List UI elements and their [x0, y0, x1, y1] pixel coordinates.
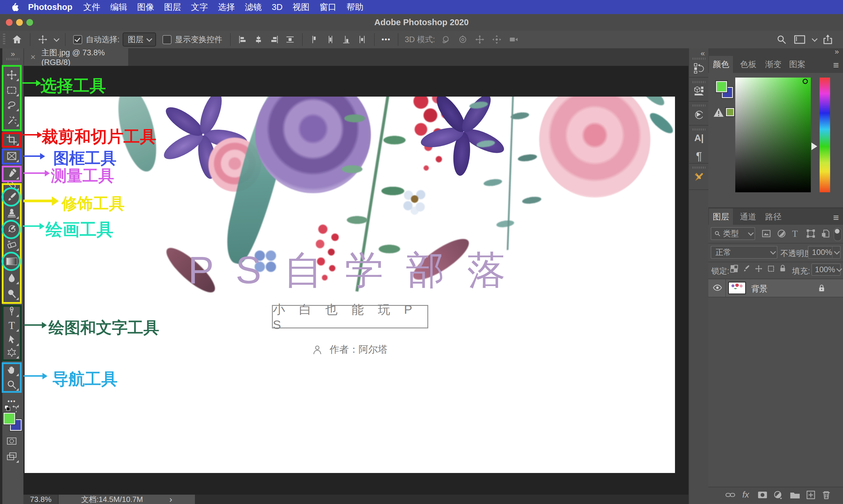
toolbar-grip[interactable] [6, 58, 19, 60]
panel-foreground-swatch[interactable] [716, 81, 727, 92]
menu-item-window[interactable]: 窗口 [315, 0, 342, 14]
close-tab-icon[interactable]: × [31, 52, 36, 62]
toolbar-expand-icon[interactable]: » [2, 50, 23, 58]
filter-shape-layers-icon[interactable] [806, 229, 815, 238]
delete-layer-icon[interactable] [822, 490, 831, 501]
new-layer-icon[interactable] [806, 490, 815, 501]
rail-grip[interactable] [693, 105, 705, 107]
lock-all-icon[interactable] [778, 264, 787, 272]
share-icon[interactable] [823, 34, 833, 45]
new-group-icon[interactable] [790, 491, 800, 500]
blend-mode-dropdown[interactable]: 正常 [711, 246, 777, 259]
menu-item-view[interactable]: 视图 [288, 0, 315, 14]
rail-collapse-icon[interactable]: « [701, 49, 705, 58]
status-chevron-icon[interactable]: › [169, 494, 172, 504]
new-adjustment-layer-icon[interactable] [773, 491, 783, 501]
align-right-edges-icon[interactable] [270, 35, 279, 44]
more-align-options-icon[interactable]: ••• [382, 35, 391, 43]
auto-select-checkbox[interactable] [73, 35, 82, 44]
paragraph-panel-icon[interactable]: ¶ [689, 150, 709, 163]
document-tab[interactable]: × 主图.jpg @ 73.8%(RGB/8) [24, 48, 128, 66]
color-field-marker[interactable] [803, 79, 808, 84]
rail-grip[interactable] [693, 81, 705, 83]
tab-gradients[interactable]: 渐变 [761, 56, 785, 73]
filter-pixel-layers-icon[interactable] [761, 229, 771, 238]
align-left-edges-icon[interactable] [238, 35, 247, 44]
distribute-horizontal-icon[interactable] [286, 35, 294, 44]
menu-app-name[interactable]: Photoshop [22, 2, 78, 12]
layers-panel-menu-icon[interactable]: ≡ [833, 212, 839, 223]
document-info-field[interactable]: 文档:14.5M/10.7M › [58, 494, 195, 504]
add-layer-mask-icon[interactable] [757, 491, 768, 500]
color-panel-collapse-icon[interactable]: » [835, 47, 839, 56]
color-panel-menu-icon[interactable]: ≡ [833, 59, 839, 71]
gamut-safe-color-swatch[interactable] [726, 108, 734, 116]
auto-select-dropdown[interactable]: 图层 [123, 33, 156, 47]
layer-thumbnail[interactable] [728, 282, 746, 294]
layer-filter-dropdown[interactable]: 类型 [711, 227, 755, 240]
align-bottom-edges-icon[interactable] [342, 35, 351, 44]
rail-grip[interactable] [693, 128, 705, 130]
home-icon[interactable] [12, 34, 22, 45]
opacity-field[interactable]: 100% [808, 246, 841, 259]
search-icon[interactable] [776, 34, 787, 45]
3d-pan-icon[interactable] [475, 35, 485, 44]
document-canvas[interactable]: P S 自 学 部 落 小 白 也 能 玩 P S 作者：阿尔塔 [24, 96, 675, 473]
menu-item-3d[interactable]: 3D [267, 0, 287, 14]
rail-grip[interactable] [693, 58, 705, 60]
show-transform-checkbox[interactable] [162, 35, 172, 44]
layer-row-background[interactable]: 背景 [709, 279, 843, 297]
tab-color[interactable]: 颜色 [709, 56, 733, 73]
menu-item-layer[interactable]: 图层 [159, 0, 186, 14]
workspace-chevron-icon[interactable] [812, 36, 818, 42]
brushes-extension-panel-icon[interactable] [689, 170, 709, 183]
filter-type-layers-icon[interactable]: T [792, 228, 798, 239]
link-layers-icon[interactable] [725, 491, 735, 500]
3d-roll-icon[interactable] [458, 35, 468, 44]
tab-channels[interactable]: 通道 [736, 209, 760, 226]
character-panel-icon[interactable]: A| [689, 132, 709, 143]
screen-mode-icon[interactable] [4, 450, 19, 463]
layer-visibility-eye-icon[interactable] [713, 284, 722, 293]
lock-artboard-icon[interactable] [767, 265, 775, 273]
actions-panel-icon[interactable] [689, 109, 709, 121]
menu-item-type[interactable]: 文字 [186, 0, 213, 14]
foreground-color-swatch[interactable] [3, 413, 15, 425]
menu-item-image[interactable]: 图像 [132, 0, 159, 14]
3d-orbit-icon[interactable] [441, 35, 451, 44]
lock-transparency-icon[interactable] [730, 265, 738, 273]
menu-item-edit[interactable]: 编辑 [105, 0, 132, 14]
rail-grip[interactable] [693, 166, 705, 168]
hue-slider[interactable] [820, 77, 830, 192]
align-top-edges-icon[interactable] [310, 35, 319, 44]
history-panel-icon[interactable] [689, 62, 709, 74]
apple-icon[interactable] [11, 2, 20, 12]
menu-item-help[interactable]: 帮助 [342, 0, 369, 14]
menu-item-select[interactable]: 选择 [213, 0, 240, 14]
menu-item-file[interactable]: 文件 [78, 0, 105, 14]
quick-mask-icon[interactable] [4, 434, 19, 448]
distribute-vertical-icon[interactable] [358, 35, 366, 44]
gamut-warning-icon[interactable] [713, 107, 724, 119]
fill-field[interactable]: 100% [811, 264, 841, 276]
preset-chevron-icon[interactable] [54, 36, 59, 42]
tab-patterns[interactable]: 图案 [786, 56, 809, 73]
3d-slide-icon[interactable] [492, 35, 502, 44]
menu-item-filter[interactable]: 滤镜 [240, 0, 267, 14]
workspace-icon[interactable] [794, 35, 806, 44]
tab-swatches[interactable]: 色板 [736, 56, 760, 73]
tab-layers[interactable]: 图层 [709, 209, 733, 226]
lock-position-icon[interactable] [755, 265, 763, 273]
zoom-level-field[interactable]: 73.8% [23, 494, 58, 504]
move-tool-preset-icon[interactable] [38, 35, 48, 44]
properties-panel-icon[interactable] [689, 85, 709, 97]
filter-toggle[interactable] [833, 228, 842, 241]
layer-name[interactable]: 背景 [751, 283, 768, 294]
hue-slider-marker[interactable] [811, 143, 817, 150]
color-saturation-field[interactable] [735, 77, 811, 192]
3d-camera-icon[interactable] [509, 35, 519, 44]
align-middle-icon[interactable] [326, 35, 335, 44]
filter-smart-objects-icon[interactable] [821, 229, 830, 238]
layer-style-fx-icon[interactable]: fx [742, 490, 749, 500]
tab-paths[interactable]: 路径 [761, 209, 785, 226]
